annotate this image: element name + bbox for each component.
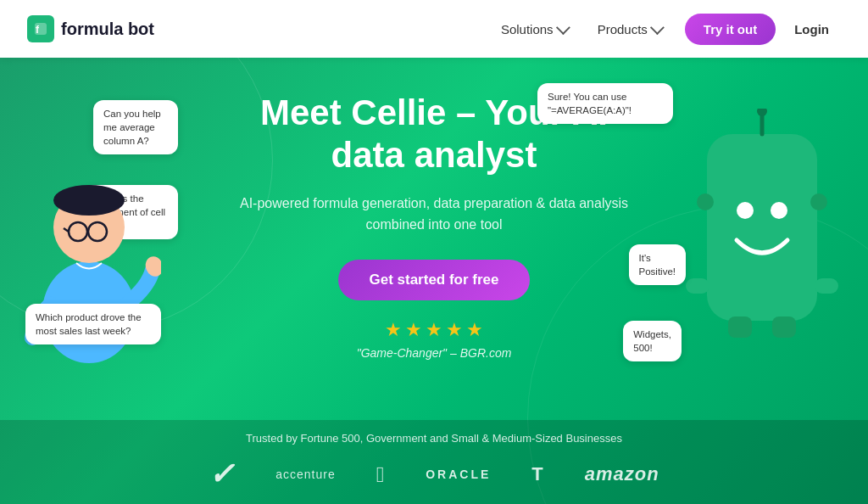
robot-illustration — [682, 109, 843, 346]
left-person-area: Can you help me average column A? What i… — [8, 75, 178, 363]
svg-point-4 — [53, 185, 125, 216]
logo-icon: f — [27, 15, 54, 42]
accenture-logo: accenture — [275, 468, 335, 481]
nike-logo: ✓ — [209, 456, 235, 492]
star-1: ★ — [385, 319, 402, 341]
oracle-logo: ORACLE — [426, 468, 491, 481]
bubble-right-3: Widgets, 500! — [623, 321, 682, 361]
star-2: ★ — [405, 319, 422, 341]
chevron-down-icon — [650, 20, 665, 35]
svg-rect-18 — [815, 278, 838, 294]
tesla-logo: T — [531, 463, 543, 485]
svg-point-15 — [697, 193, 714, 210]
svg-rect-19 — [728, 316, 752, 338]
svg-rect-20 — [772, 316, 796, 338]
logo[interactable]: f formula bot — [27, 15, 154, 42]
stars-row: ★ ★ ★ ★ ★ — [222, 319, 646, 341]
logos-row: ✓ accenture  ORACLE T amazon — [0, 456, 868, 492]
svg-point-12 — [771, 202, 787, 219]
hero-subtitle: AI-powered formula generation, data prep… — [222, 193, 646, 236]
trusted-bar: Trusted by Fortune 500, Government and S… — [0, 420, 868, 504]
nav-links: Solutions Products Try it out Login — [489, 14, 841, 45]
logo-text: formula bot — [61, 20, 154, 39]
svg-point-16 — [810, 193, 827, 210]
hero-section: Can you help me average column A? What i… — [0, 58, 868, 504]
right-robot-area: Sure! You can use "=AVERAGE(A:A)"! — [665, 75, 851, 363]
star-3: ★ — [426, 319, 442, 341]
apple-logo:  — [376, 462, 386, 488]
get-started-button[interactable]: Get started for free — [338, 260, 529, 300]
svg-point-11 — [737, 202, 754, 219]
chevron-down-icon — [556, 20, 570, 35]
hero-center: Meet Cellie – Your AI data analyst AI-po… — [222, 92, 646, 360]
hero-inner: Can you help me average column A? What i… — [0, 58, 868, 504]
nav-solutions[interactable]: Solutions — [489, 15, 579, 43]
bubble-right-2: It's Positive! — [629, 244, 686, 285]
nav-products[interactable]: Products — [586, 15, 673, 43]
star-5: ★ — [466, 319, 483, 341]
bubble-left-3: Which product drove the most sales last … — [25, 304, 161, 344]
trusted-text: Trusted by Fortune 500, Government and S… — [0, 432, 868, 445]
try-it-out-button[interactable]: Try it out — [685, 14, 776, 45]
bubble-right-1: Sure! You can use "=AVERAGE(A:A)"! — [537, 83, 673, 124]
svg-rect-17 — [686, 278, 709, 294]
svg-point-14 — [757, 109, 767, 116]
amazon-logo: amazon — [585, 463, 659, 485]
login-button[interactable]: Login — [782, 14, 841, 45]
navbar: f formula bot Solutions Products Try it … — [0, 0, 868, 58]
star-4: ★ — [446, 319, 463, 341]
review-text: "Game-Changer" – BGR.com — [222, 346, 646, 360]
svg-rect-10 — [707, 134, 817, 321]
